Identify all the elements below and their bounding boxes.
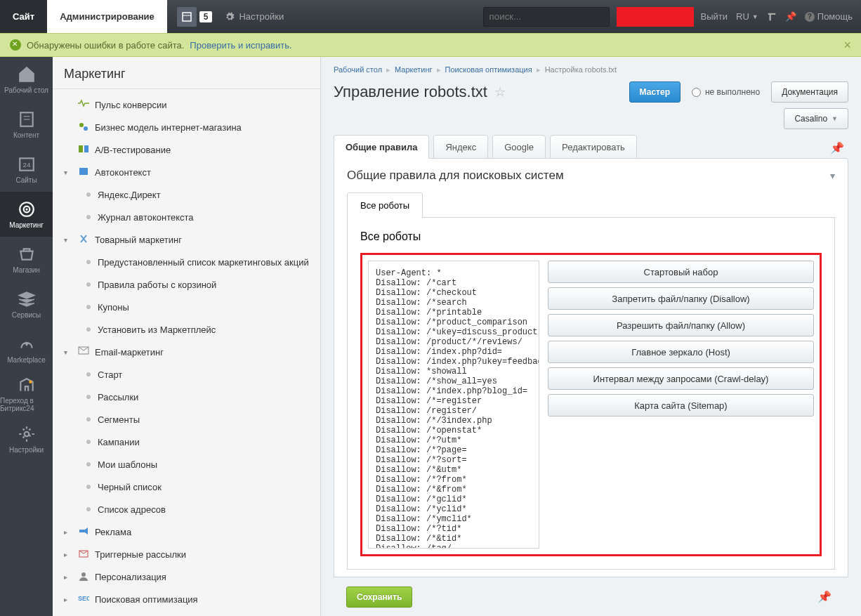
sidebar-item-13[interactable]: Рассылки	[53, 386, 320, 408]
iconbar-item-7[interactable]: Переход в Битрикс24	[0, 372, 53, 417]
sidebar-item-2[interactable]: A/B-тестирование	[53, 138, 320, 161]
settings-link[interactable]: Настройки	[225, 11, 284, 22]
sidebar-item-3[interactable]: ▾Автоконтекст	[53, 161, 320, 183]
tab-0[interactable]: Общие правила	[334, 135, 429, 159]
save-button[interactable]: Сохранить	[346, 586, 412, 608]
iconbar-item-6[interactable]: Marketplace	[0, 327, 53, 372]
icon-sidebar: Рабочий столКонтент24СайтыМаркетингМагаз…	[0, 57, 53, 616]
help-link[interactable]: ? Помощь	[805, 11, 853, 22]
master-button[interactable]: Мастер	[629, 81, 681, 103]
sidebar-item-18[interactable]: Список адресов	[53, 498, 320, 520]
sidebar-item-19[interactable]: ▸Реклама	[53, 520, 320, 543]
star-icon[interactable]: ☆	[494, 84, 506, 100]
svg-text:SEO: SEO	[78, 595, 89, 602]
logout-link[interactable]: Выйти	[701, 11, 728, 22]
iconbar-item-1[interactable]: Контент	[0, 102, 53, 147]
sidebar-title: Маркетинг	[53, 57, 320, 89]
iconbar-icon	[18, 290, 36, 308]
sidebar-item-1[interactable]: Бизнес модель интернет-магазина	[53, 116, 320, 138]
sidebar-item-15[interactable]: Кампании	[53, 431, 320, 453]
iconbar-item-4[interactable]: Магазин	[0, 237, 53, 282]
pin-bottom-icon[interactable]: 📌	[813, 586, 836, 608]
tab-3[interactable]: Редактировать	[550, 135, 637, 159]
tree-icon	[78, 166, 89, 178]
breadcrumb-item-3: Настройка robots.txt	[545, 65, 617, 74]
alert-text: Обнаружены ошибки в работе сайта.	[27, 40, 184, 51]
iconbar-icon	[18, 335, 36, 353]
tab-2[interactable]: Google	[492, 135, 546, 159]
tree-icon	[78, 571, 89, 582]
alert-bar: Обнаружены ошибки в работе сайта. Провер…	[0, 33, 861, 57]
alert-close[interactable]: ×	[843, 38, 851, 53]
sidebar-item-11[interactable]: ▾Email-маркетинг	[53, 341, 320, 363]
iconbar-icon	[18, 425, 36, 443]
breadcrumb-item-2[interactable]: Поисковая оптимизация	[445, 65, 532, 74]
action-btn-5[interactable]: Карта сайта (Sitemap)	[548, 394, 814, 417]
sidebar-item-0[interactable]: Пульс конверсии	[53, 93, 320, 116]
iconbar-item-8[interactable]: Настройки	[0, 417, 53, 461]
sidebar-item-20[interactable]: ▸Триггерные рассылки	[53, 543, 320, 565]
iconbar-item-5[interactable]: Сервисы	[0, 282, 53, 327]
sidebar-item-16[interactable]: Мои шаблоны	[53, 453, 320, 476]
sidebar-item-4[interactable]: Яндекс.Директ	[53, 183, 320, 206]
inner-tab[interactable]: Все роботы	[347, 192, 423, 218]
status-radio[interactable]: не выполнено	[686, 87, 765, 97]
tree-icon	[78, 549, 89, 560]
red-indicator	[617, 7, 694, 27]
page-title: Управление robots.txt	[334, 83, 487, 101]
action-btn-2[interactable]: Разрешить файл/папку (Allow)	[548, 314, 814, 336]
iconbar-icon	[18, 200, 36, 218]
action-btn-1[interactable]: Запретить файл/папку (Disallow)	[548, 287, 814, 310]
pin-icon[interactable]: 📌	[785, 11, 796, 22]
sidebar-tree: Пульс конверсииБизнес модель интернет-ма…	[53, 89, 320, 615]
robots-textarea[interactable]	[368, 261, 539, 549]
sidebar-item-22[interactable]: ▸SEOПоисковая оптимизация	[53, 588, 320, 610]
sidebar-item-6[interactable]: ▾Товарный маркетинг	[53, 228, 320, 251]
action-btn-3[interactable]: Главное зеркало (Host)	[548, 341, 814, 363]
action-btn-0[interactable]: Стартовый набор	[548, 261, 814, 283]
pin-tabs-icon[interactable]: 📌	[826, 137, 848, 159]
breadcrumb: Рабочий стол▸Маркетинг▸Поисковая оптимиз…	[321, 57, 861, 79]
sidebar-item-12[interactable]: Старт	[53, 363, 320, 386]
sidebar-item-21[interactable]: ▸Персонализация	[53, 565, 320, 588]
sidebar-item-7[interactable]: Предустановленный список маркетинговых а…	[53, 251, 320, 273]
main-content: Рабочий стол▸Маркетинг▸Поисковая оптимиз…	[321, 57, 861, 616]
tree-icon	[78, 144, 89, 155]
sidebar-item-14[interactable]: Сегменты	[53, 408, 320, 431]
iconbar-icon: 24	[18, 155, 36, 173]
iconbar-icon	[18, 376, 36, 394]
action-btn-4[interactable]: Интервал между запросами (Crawl-delay)	[548, 367, 814, 390]
collapse-icon[interactable]: ▾	[830, 170, 835, 181]
tree-icon	[78, 99, 89, 110]
iconbar-item-2[interactable]: 24Сайты	[0, 147, 53, 192]
sidebar-item-9[interactable]: Купоны	[53, 296, 320, 318]
site-dropdown[interactable]: Casalino ▼	[784, 108, 848, 129]
svg-rect-0	[183, 13, 191, 21]
sidebar-item-5[interactable]: Журнал автоконтекста	[53, 206, 320, 228]
svg-point-11	[24, 431, 29, 436]
lang-selector[interactable]: RU ▼	[736, 11, 758, 22]
site-tab[interactable]: Сайт	[0, 0, 47, 33]
notification-count: 5	[199, 11, 213, 22]
iconbar-item-3[interactable]: Маркетинг	[0, 192, 53, 237]
svg-text:24: 24	[22, 161, 30, 169]
notification-icon[interactable]	[177, 7, 197, 27]
iconbar-item-0[interactable]: Рабочий стол	[0, 57, 53, 102]
main-panel: Общие правила для поисковых систем▾ Все …	[334, 158, 848, 580]
breadcrumb-item-0[interactable]: Рабочий стол	[334, 65, 382, 74]
documentation-button[interactable]: Документация	[771, 81, 848, 103]
breadcrumb-item-1[interactable]: Маркетинг	[395, 65, 432, 74]
bookmark-icon[interactable]	[767, 12, 777, 22]
svg-rect-16	[79, 168, 88, 175]
sidebar-item-17[interactable]: Черный список	[53, 476, 320, 498]
search-wrap	[483, 7, 610, 27]
sidebar-item-8[interactable]: Правила работы с корзиной	[53, 273, 320, 296]
tab-1[interactable]: Яндекс	[433, 135, 488, 159]
admin-tab[interactable]: Администрирование	[47, 0, 167, 33]
highlight-box: Стартовый наборЗапретить файл/папку (Dis…	[360, 253, 822, 556]
sidebar-item-10[interactable]: Установить из Маркетплейс	[53, 318, 320, 341]
alert-icon	[10, 39, 21, 51]
search-input[interactable]	[483, 7, 610, 27]
alert-link[interactable]: Проверить и исправить.	[190, 40, 291, 51]
iconbar-icon	[18, 110, 36, 129]
